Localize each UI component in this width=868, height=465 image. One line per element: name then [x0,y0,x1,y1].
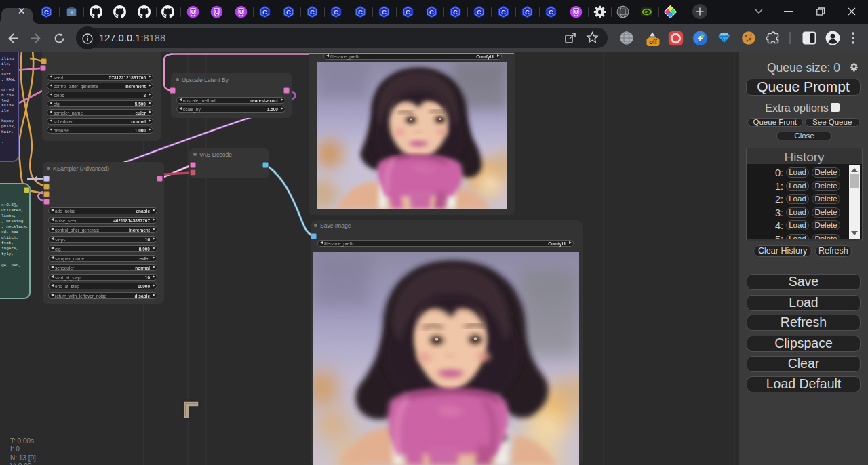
svg-text:C: C [406,7,410,15]
svg-text:C: C [382,7,387,15]
svg-text:C: C [334,7,339,15]
svg-text:C: C [477,7,481,15]
svg-text:C: C [358,7,363,15]
svg-text:C: C [501,7,506,15]
svg-text:C: C [549,7,553,15]
svg-text:C: C [262,7,267,15]
svg-text:C: C [429,7,434,15]
svg-text:U: U [574,9,578,15]
svg-text:C: C [286,7,291,15]
svg-text:U: U [191,9,195,15]
svg-text:U: U [239,9,243,15]
svg-text:C: C [44,7,49,15]
svg-text:U: U [215,9,219,15]
svg-text:C: C [525,7,530,15]
svg-text:off: off [649,39,657,45]
svg-text:C: C [453,7,458,15]
svg-text:C: C [310,7,315,15]
